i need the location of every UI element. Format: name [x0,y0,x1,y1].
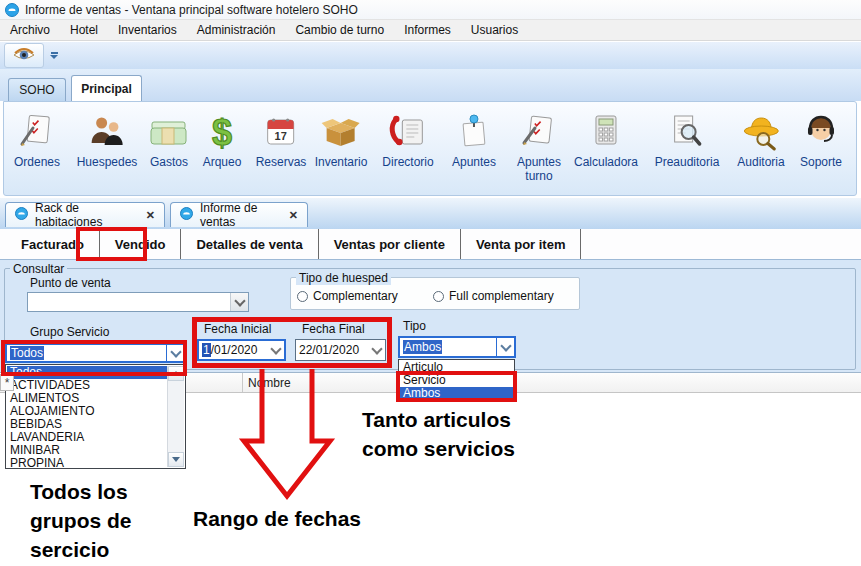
scrollbar[interactable] [167,366,184,467]
ribbon-item-gastos[interactable]: Gastos [147,110,191,169]
list-option-alimentos[interactable]: ALIMENTOS [7,392,184,405]
report-tab-strip: Facturado Vendido Detalles de venta Vent… [0,229,861,260]
ribbon-item-huespedes[interactable]: Huespedes [77,110,138,169]
ribbon-item-directorio[interactable]: Directorio [382,110,433,169]
chevron-down-icon [234,295,245,306]
ribbon-tab-soho[interactable]: SOHO [8,78,66,101]
list-option-servicio[interactable]: Servicio [400,374,513,387]
list-option-propina[interactable]: PROPINA [7,457,184,470]
ribbon-item-preauditoria[interactable]: Preauditoria [655,110,720,169]
ribbon-item-label: Calculadora [574,155,638,169]
ribbon-item-auditoria[interactable]: Auditoria [737,110,784,169]
grupo-servicio-value: Todos [10,346,44,360]
menu-usuarios[interactable]: Usuarios [461,21,528,39]
toolbar-options-dropdown[interactable] [50,52,58,59]
filter-panel: Consultar Punto de venta Tipo de huesped… [0,260,861,372]
scroll-up-arrow[interactable] [168,366,184,381]
consultar-group-label: Consultar [10,262,67,276]
menu-cambio-de-turno[interactable]: Cambio de turno [285,21,394,39]
fecha-inicial-selected-segment: 1 [202,343,211,357]
radio-label[interactable]: Full complementary [449,289,554,303]
tab-detalles-de-venta[interactable]: Detalles de venta [181,229,318,259]
ribbon-item-label: Huespedes [77,155,138,169]
punto-de-venta-label: Punto de venta [30,276,111,290]
menu-archivo[interactable]: Archivo [0,21,60,39]
tipo-combobox[interactable]: Ambos [398,336,516,358]
ribbon-item-label: Reservas [256,155,307,169]
fecha-final-label: Fecha Final [302,322,365,336]
list-option-todos[interactable]: Todos [7,366,184,379]
chevron-bar [51,52,58,54]
grid-new-row-marker: * [0,374,14,391]
ribbon-item-label: Directorio [382,155,433,169]
ribbon-item-apuntes[interactable]: Apuntes [452,110,496,169]
doc-tab-informe-ventas[interactable]: Informe de ventas ✕ [170,202,308,227]
orders-note-icon [14,110,60,152]
dropdown-button[interactable] [496,338,514,356]
list-option-minibar[interactable]: MINIBAR [7,444,184,457]
radio-label[interactable]: Complementary [313,289,398,303]
ribbon-item-arqueo[interactable]: $ Arqueo [202,110,242,169]
ribbon-item-soporte[interactable]: Soporte [800,110,842,169]
scroll-down-arrow[interactable] [168,452,184,467]
radio-complementary[interactable]: Complementary [297,289,398,303]
fecha-inicial-rest: /01/2020 [211,343,258,357]
doc-tab-icon [15,207,28,223]
tab-ventas-por-cliente[interactable]: Ventas por cliente [319,229,461,259]
ribbon-tab-strip: SOHO Principal [0,69,861,101]
svg-text:$: $ [212,112,232,152]
tab-vendido[interactable]: Vendido [100,229,182,259]
app-icon [5,3,19,17]
menu-hotel[interactable]: Hotel [60,21,108,39]
ribbon-item-inventario[interactable]: Inventario [315,110,368,169]
radio-full-complementary[interactable]: Full complementary [433,289,554,303]
ribbon-item-ordenes[interactable]: Ordenes [14,110,60,169]
doc-tab-rack-habitaciones[interactable]: Rack de habitaciones ✕ [5,202,165,227]
fecha-inicial-label: Fecha Inicial [204,322,271,336]
list-option-alojamiento[interactable]: ALOJAMIENTO [7,405,184,418]
list-option-ambos[interactable]: Ambos [400,387,513,400]
dropdown-button[interactable] [230,293,248,311]
fecha-final-datepicker[interactable]: 22/01/2020 [295,339,386,361]
menu-inventarios[interactable]: Inventarios [108,21,187,39]
close-icon[interactable]: ✕ [289,209,298,222]
menu-administracion[interactable]: Administración [187,21,286,39]
dropdown-button[interactable] [166,345,184,361]
radio-circle-icon[interactable] [433,291,444,302]
punto-de-venta-combobox[interactable] [27,292,249,312]
menu-informes[interactable]: Informes [394,21,461,39]
document-tab-strip: Rack de habitaciones ✕ Informe de ventas… [0,198,861,230]
window-title: Informe de ventas - Ventana principal so… [25,3,358,17]
list-option-actividades[interactable]: ACTIVIDADES [7,379,184,392]
dropdown-button[interactable] [267,341,284,359]
radio-circle-icon[interactable] [297,291,308,302]
ribbon-panel: Ordenes Huespedes Gastos $ Arqueo 17 Res… [3,101,857,196]
hat-magnifier-icon [737,110,784,152]
tab-venta-por-item[interactable]: Venta por item [461,229,582,259]
ribbon-item-apuntes-turno[interactable]: Apuntes turno [508,110,570,183]
ribbon-item-reservas[interactable]: 17 Reservas [256,110,307,169]
ribbon-item-calculadora[interactable]: Calculadora [574,110,638,169]
soho-hotel-app-window: Informe de ventas - Ventana principal so… [0,0,861,566]
eye-view-button[interactable] [4,43,44,68]
list-option-bebidas[interactable]: BEBIDAS [7,418,184,431]
grid-column-nombre[interactable]: Nombre [242,373,291,392]
list-option-lavanderia[interactable]: LAVANDERIA [7,431,184,444]
doc-tab-icon [180,207,193,223]
close-icon[interactable]: ✕ [146,209,155,222]
calendar-day-number: 17 [275,130,287,142]
fecha-inicial-datepicker[interactable]: 1/01/2020 [197,339,286,361]
tipo-huesped-group-label: Tipo de huesped [296,271,391,285]
open-box-icon [315,110,368,152]
tab-facturado[interactable]: Facturado [6,229,100,259]
dropdown-button[interactable] [368,340,385,360]
grupo-servicio-combobox[interactable]: Todos [5,343,186,363]
grupo-servicio-label: Grupo Servicio [30,325,109,339]
menu-bar: Archivo Hotel Inventarios Administración… [0,20,861,41]
money-bills-icon [147,110,191,152]
quick-access-toolbar [0,42,861,69]
ribbon-tab-principal[interactable]: Principal [71,75,142,101]
tipo-label: Tipo [403,319,426,333]
list-option-articulo[interactable]: Articulo [400,361,513,374]
calculator-icon [574,110,638,152]
